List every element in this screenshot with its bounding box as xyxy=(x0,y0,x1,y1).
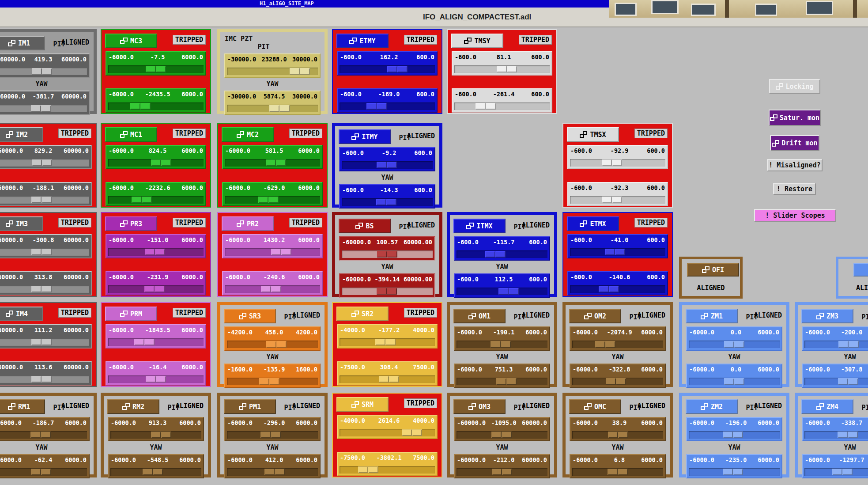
slider-track[interactable] xyxy=(0,105,87,112)
slider-track[interactable] xyxy=(570,196,665,204)
etmy-yaw-slider[interactable]: -600.0-169.0600.0 xyxy=(337,88,438,113)
om2-yaw-slider[interactable]: -6000.0-322.86000.0 xyxy=(570,364,666,388)
slider-handle[interactable] xyxy=(605,249,625,255)
slider-handle[interactable] xyxy=(264,469,285,475)
im3-pit-slider[interactable]: -60000.0-300.860000.0 xyxy=(0,234,92,258)
im3-button[interactable]: IM3 xyxy=(0,216,43,231)
slider-handle[interactable] xyxy=(151,432,171,438)
rm2-yaw-slider[interactable]: -6000.0-548.56000.0 xyxy=(108,454,204,478)
slider-handle[interactable] xyxy=(498,288,519,295)
slider-handle[interactable] xyxy=(266,159,286,166)
im2-pit-slider[interactable]: -60000.0829.260000.0 xyxy=(0,145,92,169)
tmsx-yaw-slider[interactable]: -600.0-92.3600.0 xyxy=(567,182,668,206)
slider-handle[interactable] xyxy=(261,286,281,292)
omc-yaw-slider[interactable]: -6000.06.86000.0 xyxy=(570,454,666,478)
om3-yaw-slider[interactable]: -60000.0-212.060000.0 xyxy=(454,454,550,478)
slider-track[interactable] xyxy=(227,341,318,348)
slider-handle[interactable] xyxy=(258,197,279,203)
slider-handle[interactable] xyxy=(485,251,506,258)
pm1-pit-slider[interactable]: -6000.0-296.06000.0 xyxy=(224,417,321,441)
mc3-yaw-slider[interactable]: -6000.0-2435.56000.0 xyxy=(106,88,206,113)
itmy-yaw-slider[interactable]: -600.0-14.3600.0 xyxy=(339,184,435,208)
rm2-pit-slider[interactable]: -6000.0913.36000.0 xyxy=(108,417,204,441)
mc2-button[interactable]: MC2 xyxy=(222,127,274,142)
slider-track[interactable] xyxy=(570,248,665,256)
slider-track[interactable] xyxy=(457,288,547,295)
slider-track[interactable] xyxy=(0,338,89,346)
prm-pit-slider[interactable]: -6000.0-1843.56000.0 xyxy=(106,324,206,349)
zm3-yaw-slider[interactable]: -6000.0-307.86000.0 xyxy=(802,364,868,388)
misaligned-button[interactable]: ! Misaligned? xyxy=(767,159,823,171)
omc-button[interactable]: OMC xyxy=(569,399,621,414)
slider-handle[interactable] xyxy=(134,339,155,345)
slider-handle[interactable] xyxy=(402,429,422,436)
slider-handle[interactable] xyxy=(724,378,744,385)
imc-pzt-yaw-slider[interactable]: -30000.05874.530000.0 xyxy=(224,91,321,115)
slider-track[interactable] xyxy=(108,248,204,256)
sr2-pit-slider[interactable]: -4000.0-177.24000.0 xyxy=(337,324,438,349)
om2-button[interactable]: OM2 xyxy=(569,309,621,323)
im1-yaw-slider[interactable]: -60000.0-381.760000.0 xyxy=(0,91,90,115)
slider-track[interactable] xyxy=(570,285,665,293)
slider-track[interactable] xyxy=(227,431,318,439)
tmsx-pit-slider[interactable]: -600.0-92.9600.0 xyxy=(567,145,668,169)
sr2-button[interactable]: SR2 xyxy=(336,307,389,321)
slider-handle[interactable] xyxy=(491,341,511,348)
slider-handle[interactable] xyxy=(595,341,615,348)
om1-pit-slider[interactable]: -6000.0-190.16000.0 xyxy=(454,326,550,351)
prm-button[interactable]: PRM xyxy=(105,307,157,321)
slider-handle[interactable] xyxy=(145,249,165,255)
etmy-button[interactable]: ETMY xyxy=(336,34,389,48)
slider-handle[interactable] xyxy=(146,66,166,72)
slider-handle[interactable] xyxy=(146,376,166,383)
pr2-button[interactable]: PR2 xyxy=(222,216,274,231)
slider-track[interactable] xyxy=(0,375,89,383)
slider-handle[interactable] xyxy=(269,105,290,112)
desktop-titlebar[interactable]: H1_aLIGO_SITE_MAP xyxy=(0,0,609,8)
slider-track[interactable] xyxy=(108,375,204,383)
slider-track[interactable] xyxy=(342,288,433,295)
bs-button[interactable]: BS xyxy=(339,219,391,233)
slider-track[interactable] xyxy=(457,341,547,348)
slider-handle[interactable] xyxy=(838,432,858,438)
slider-handle[interactable] xyxy=(599,286,619,292)
slider-track[interactable] xyxy=(689,341,780,348)
slider-track[interactable] xyxy=(340,429,435,436)
slider-track[interactable] xyxy=(225,285,320,293)
slider-track[interactable] xyxy=(0,68,87,75)
mc1-yaw-slider[interactable]: -6000.0-2232.66000.0 xyxy=(106,182,206,206)
im4-button[interactable]: IM4 xyxy=(0,307,43,321)
slider-track[interactable] xyxy=(0,159,89,167)
slider-handle[interactable] xyxy=(602,197,622,203)
om1-yaw-slider[interactable]: -6000.0751.36000.0 xyxy=(454,364,550,388)
slider-track[interactable] xyxy=(225,196,320,204)
slider-track[interactable] xyxy=(804,378,868,385)
slider-handle[interactable] xyxy=(31,249,52,255)
slider-track[interactable] xyxy=(457,468,547,476)
slider-handle[interactable] xyxy=(377,162,397,168)
im2-button[interactable]: IM2 xyxy=(0,127,43,142)
slider-track[interactable] xyxy=(340,65,435,73)
slider-track[interactable] xyxy=(689,431,780,439)
zm1-yaw-slider[interactable]: -6000.00.06000.0 xyxy=(686,364,782,388)
slider-track[interactable] xyxy=(0,468,87,476)
slider-handle[interactable] xyxy=(496,378,517,385)
slider-handle[interactable] xyxy=(130,103,151,110)
slider-track[interactable] xyxy=(227,68,318,75)
sr3-pit-slider[interactable]: -4200.0458.04200.0 xyxy=(224,326,321,351)
ofi-button[interactable]: OFI xyxy=(687,263,739,277)
slider-handle[interactable] xyxy=(143,469,163,475)
pr3-pit-slider[interactable]: -6000.0-151.06000.0 xyxy=(106,234,206,258)
slider-handle[interactable] xyxy=(31,197,52,203)
slider-handle[interactable] xyxy=(606,378,626,385)
slider-track[interactable] xyxy=(0,285,89,293)
zm1-button[interactable]: ZM1 xyxy=(686,309,738,323)
slider-handle[interactable] xyxy=(358,466,378,473)
slider-track[interactable] xyxy=(227,105,318,112)
slider-track[interactable] xyxy=(225,248,320,256)
slider-track[interactable] xyxy=(570,159,665,167)
slider-handle[interactable] xyxy=(259,378,279,385)
slider-handle[interactable] xyxy=(144,286,165,292)
etmy-pit-slider[interactable]: -600.0162.2600.0 xyxy=(337,51,438,76)
imc-pzt-pit-slider[interactable]: -30000.023288.030000.0 xyxy=(224,53,321,78)
